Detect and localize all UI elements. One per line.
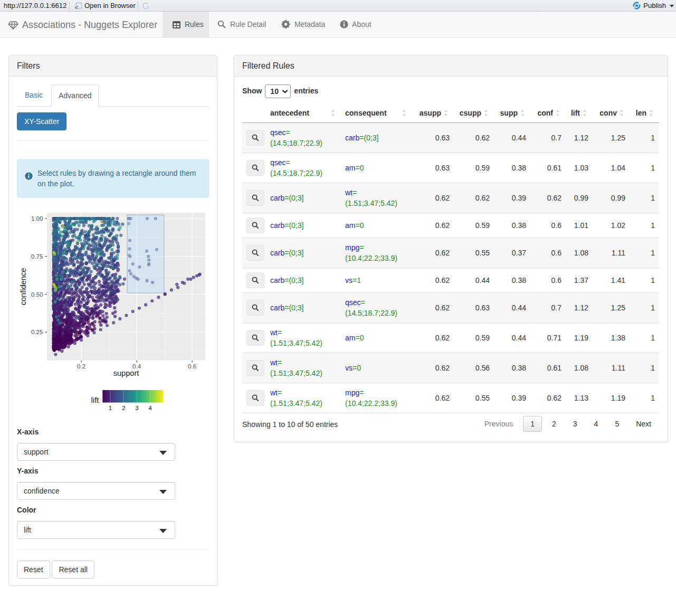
- svg-text:1.00: 1.00: [31, 215, 43, 222]
- svg-text:0.2: 0.2: [77, 363, 85, 369]
- svg-text:3: 3: [135, 404, 138, 411]
- svg-text:1: 1: [109, 404, 112, 411]
- svg-text:2: 2: [122, 404, 125, 411]
- svg-text:0.75: 0.75: [31, 253, 43, 260]
- svg-text:0.6: 0.6: [188, 363, 196, 369]
- svg-text:0.25: 0.25: [31, 328, 43, 335]
- svg-text:lift: lift: [91, 395, 100, 404]
- svg-text:0.50: 0.50: [31, 291, 43, 298]
- svg-text:confidence: confidence: [19, 268, 27, 306]
- svg-text:support: support: [113, 369, 139, 377]
- svg-text:4: 4: [148, 404, 152, 411]
